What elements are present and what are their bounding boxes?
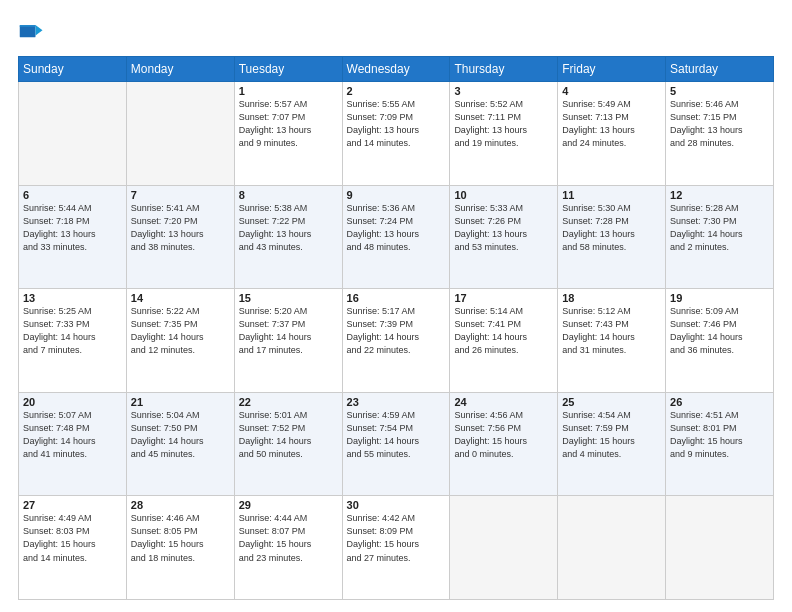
day-number: 15 <box>239 292 338 304</box>
day-info: Sunrise: 5:57 AM Sunset: 7:07 PM Dayligh… <box>239 98 338 150</box>
day-number: 4 <box>562 85 661 97</box>
day-number: 26 <box>670 396 769 408</box>
calendar-cell: 12Sunrise: 5:28 AM Sunset: 7:30 PM Dayli… <box>666 185 774 289</box>
calendar-week-row: 20Sunrise: 5:07 AM Sunset: 7:48 PM Dayli… <box>19 392 774 496</box>
calendar-cell: 1Sunrise: 5:57 AM Sunset: 7:07 PM Daylig… <box>234 82 342 186</box>
day-number: 29 <box>239 499 338 511</box>
calendar-cell: 15Sunrise: 5:20 AM Sunset: 7:37 PM Dayli… <box>234 289 342 393</box>
day-info: Sunrise: 5:30 AM Sunset: 7:28 PM Dayligh… <box>562 202 661 254</box>
day-info: Sunrise: 4:56 AM Sunset: 7:56 PM Dayligh… <box>454 409 553 461</box>
day-info: Sunrise: 5:17 AM Sunset: 7:39 PM Dayligh… <box>347 305 446 357</box>
calendar-cell: 27Sunrise: 4:49 AM Sunset: 8:03 PM Dayli… <box>19 496 127 600</box>
calendar-week-row: 1Sunrise: 5:57 AM Sunset: 7:07 PM Daylig… <box>19 82 774 186</box>
day-info: Sunrise: 5:20 AM Sunset: 7:37 PM Dayligh… <box>239 305 338 357</box>
day-number: 17 <box>454 292 553 304</box>
day-number: 27 <box>23 499 122 511</box>
calendar-cell: 10Sunrise: 5:33 AM Sunset: 7:26 PM Dayli… <box>450 185 558 289</box>
calendar-table: SundayMondayTuesdayWednesdayThursdayFrid… <box>18 56 774 600</box>
calendar-cell: 2Sunrise: 5:55 AM Sunset: 7:09 PM Daylig… <box>342 82 450 186</box>
day-number: 8 <box>239 189 338 201</box>
day-number: 25 <box>562 396 661 408</box>
day-info: Sunrise: 5:09 AM Sunset: 7:46 PM Dayligh… <box>670 305 769 357</box>
day-info: Sunrise: 4:46 AM Sunset: 8:05 PM Dayligh… <box>131 512 230 564</box>
calendar-cell: 21Sunrise: 5:04 AM Sunset: 7:50 PM Dayli… <box>126 392 234 496</box>
calendar-cell: 9Sunrise: 5:36 AM Sunset: 7:24 PM Daylig… <box>342 185 450 289</box>
calendar-cell: 25Sunrise: 4:54 AM Sunset: 7:59 PM Dayli… <box>558 392 666 496</box>
calendar-cell: 5Sunrise: 5:46 AM Sunset: 7:15 PM Daylig… <box>666 82 774 186</box>
day-number: 20 <box>23 396 122 408</box>
calendar-week-row: 27Sunrise: 4:49 AM Sunset: 8:03 PM Dayli… <box>19 496 774 600</box>
day-number: 10 <box>454 189 553 201</box>
calendar-cell: 6Sunrise: 5:44 AM Sunset: 7:18 PM Daylig… <box>19 185 127 289</box>
day-info: Sunrise: 4:59 AM Sunset: 7:54 PM Dayligh… <box>347 409 446 461</box>
day-info: Sunrise: 5:46 AM Sunset: 7:15 PM Dayligh… <box>670 98 769 150</box>
weekday-header: Saturday <box>666 57 774 82</box>
day-number: 14 <box>131 292 230 304</box>
day-info: Sunrise: 4:44 AM Sunset: 8:07 PM Dayligh… <box>239 512 338 564</box>
calendar-week-row: 13Sunrise: 5:25 AM Sunset: 7:33 PM Dayli… <box>19 289 774 393</box>
calendar-cell: 24Sunrise: 4:56 AM Sunset: 7:56 PM Dayli… <box>450 392 558 496</box>
weekday-header-row: SundayMondayTuesdayWednesdayThursdayFrid… <box>19 57 774 82</box>
day-number: 28 <box>131 499 230 511</box>
day-info: Sunrise: 5:52 AM Sunset: 7:11 PM Dayligh… <box>454 98 553 150</box>
calendar-cell: 14Sunrise: 5:22 AM Sunset: 7:35 PM Dayli… <box>126 289 234 393</box>
day-number: 9 <box>347 189 446 201</box>
day-info: Sunrise: 5:12 AM Sunset: 7:43 PM Dayligh… <box>562 305 661 357</box>
day-info: Sunrise: 5:55 AM Sunset: 7:09 PM Dayligh… <box>347 98 446 150</box>
logo-icon <box>18 18 46 46</box>
day-number: 12 <box>670 189 769 201</box>
svg-rect-2 <box>20 25 36 27</box>
day-info: Sunrise: 5:28 AM Sunset: 7:30 PM Dayligh… <box>670 202 769 254</box>
day-number: 1 <box>239 85 338 97</box>
day-info: Sunrise: 4:42 AM Sunset: 8:09 PM Dayligh… <box>347 512 446 564</box>
day-info: Sunrise: 5:38 AM Sunset: 7:22 PM Dayligh… <box>239 202 338 254</box>
day-number: 18 <box>562 292 661 304</box>
day-number: 23 <box>347 396 446 408</box>
calendar-cell: 30Sunrise: 4:42 AM Sunset: 8:09 PM Dayli… <box>342 496 450 600</box>
day-info: Sunrise: 5:07 AM Sunset: 7:48 PM Dayligh… <box>23 409 122 461</box>
calendar-cell <box>450 496 558 600</box>
calendar-cell <box>126 82 234 186</box>
day-info: Sunrise: 5:49 AM Sunset: 7:13 PM Dayligh… <box>562 98 661 150</box>
day-number: 13 <box>23 292 122 304</box>
weekday-header: Wednesday <box>342 57 450 82</box>
day-number: 24 <box>454 396 553 408</box>
header <box>18 18 774 46</box>
day-number: 11 <box>562 189 661 201</box>
day-info: Sunrise: 5:33 AM Sunset: 7:26 PM Dayligh… <box>454 202 553 254</box>
calendar-cell: 22Sunrise: 5:01 AM Sunset: 7:52 PM Dayli… <box>234 392 342 496</box>
day-number: 21 <box>131 396 230 408</box>
calendar-week-row: 6Sunrise: 5:44 AM Sunset: 7:18 PM Daylig… <box>19 185 774 289</box>
calendar-cell: 13Sunrise: 5:25 AM Sunset: 7:33 PM Dayli… <box>19 289 127 393</box>
calendar-cell <box>558 496 666 600</box>
day-info: Sunrise: 5:14 AM Sunset: 7:41 PM Dayligh… <box>454 305 553 357</box>
day-info: Sunrise: 5:22 AM Sunset: 7:35 PM Dayligh… <box>131 305 230 357</box>
weekday-header: Friday <box>558 57 666 82</box>
day-number: 19 <box>670 292 769 304</box>
calendar-cell: 18Sunrise: 5:12 AM Sunset: 7:43 PM Dayli… <box>558 289 666 393</box>
day-info: Sunrise: 5:01 AM Sunset: 7:52 PM Dayligh… <box>239 409 338 461</box>
day-info: Sunrise: 5:41 AM Sunset: 7:20 PM Dayligh… <box>131 202 230 254</box>
day-number: 2 <box>347 85 446 97</box>
calendar-cell: 23Sunrise: 4:59 AM Sunset: 7:54 PM Dayli… <box>342 392 450 496</box>
svg-rect-0 <box>20 25 36 37</box>
weekday-header: Sunday <box>19 57 127 82</box>
day-info: Sunrise: 5:04 AM Sunset: 7:50 PM Dayligh… <box>131 409 230 461</box>
weekday-header: Thursday <box>450 57 558 82</box>
day-number: 5 <box>670 85 769 97</box>
weekday-header: Tuesday <box>234 57 342 82</box>
calendar-cell: 17Sunrise: 5:14 AM Sunset: 7:41 PM Dayli… <box>450 289 558 393</box>
day-number: 7 <box>131 189 230 201</box>
logo <box>18 18 50 46</box>
day-info: Sunrise: 4:54 AM Sunset: 7:59 PM Dayligh… <box>562 409 661 461</box>
calendar-cell: 11Sunrise: 5:30 AM Sunset: 7:28 PM Dayli… <box>558 185 666 289</box>
page: SundayMondayTuesdayWednesdayThursdayFrid… <box>0 0 792 612</box>
day-info: Sunrise: 5:36 AM Sunset: 7:24 PM Dayligh… <box>347 202 446 254</box>
day-number: 6 <box>23 189 122 201</box>
day-number: 3 <box>454 85 553 97</box>
calendar-cell: 8Sunrise: 5:38 AM Sunset: 7:22 PM Daylig… <box>234 185 342 289</box>
calendar-cell <box>19 82 127 186</box>
day-info: Sunrise: 4:49 AM Sunset: 8:03 PM Dayligh… <box>23 512 122 564</box>
calendar-cell: 28Sunrise: 4:46 AM Sunset: 8:05 PM Dayli… <box>126 496 234 600</box>
day-info: Sunrise: 5:25 AM Sunset: 7:33 PM Dayligh… <box>23 305 122 357</box>
